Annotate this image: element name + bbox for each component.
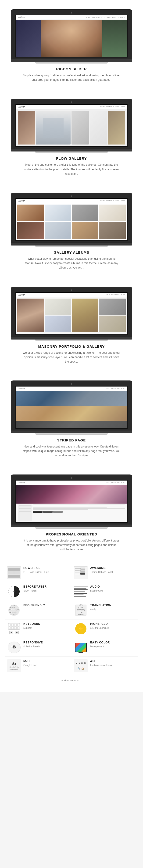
ribbon-slider-preview — [16, 20, 127, 57]
section-title-professional: PROFESSIONAL ORIENTED — [9, 532, 134, 536]
feature-googlefonts: Aa Google fontsicon sample 650+ Google F… — [5, 657, 72, 675]
pro-line — [33, 507, 107, 507]
laptop-mockup-masonry: Allison HOME PORTFOLIO BLOG — [11, 287, 132, 341]
striped-section: Allison HOME PORTFOLIO BLOG STRIPED PAGE… — [0, 371, 143, 465]
laptop-camera — [71, 101, 72, 103]
masonry-cell-tall — [17, 299, 44, 332]
pb-cell — [8, 571, 14, 574]
laptop-frame: Allison HOME PORTFOLIO BLOG SHOP — [11, 99, 132, 149]
nav-link: PORTFOLIO — [112, 294, 120, 296]
nav-link: BLOG — [121, 294, 125, 296]
feature-seo: <h1> h1 <h2> h2 <b>bold</b> <a href= <b>… — [5, 601, 72, 619]
gallery-cell — [72, 222, 99, 239]
audio-icon-wrap — [74, 585, 88, 598]
seo-icon-wrap: <h1> h1 <h2> h2 <b>bold</b> <a href= <b>… — [7, 603, 21, 616]
screen-nav-links: HOME PORTFOLIO BLOG SHOP ABOUT CONTACT — [86, 17, 125, 18]
features-section: POWERFUL GTS Page Builder Plugin — [0, 559, 143, 692]
feature-powerful: POWERFUL GTS Page Builder Plugin — [5, 564, 72, 582]
nav-link: HOME — [100, 106, 105, 107]
responsive-text: RESPONSIVE & Retina Ready — [23, 641, 69, 648]
screen-nav-links: HOME PORTFOLIO BLOG — [106, 388, 125, 389]
option-label — [75, 572, 80, 572]
keyboard-icon-wrap: ◀ ▶ — [7, 622, 21, 635]
laptop-screen: Allison HOME PORTFOLIO BLOG SHOP — [16, 198, 127, 241]
easycolor-icon-wrap — [74, 641, 88, 654]
screen-logo: Allison — [18, 16, 25, 19]
easycolor-desc: Management — [90, 645, 136, 648]
feature-easycolor: EASY COLOR Management — [72, 638, 138, 657]
laptop-frame: Allison HOME PORTFOLIO BLOG — [11, 474, 132, 525]
option-control — [80, 571, 85, 573]
screen-nav-links: HOME PORTFOLIO BLOG — [106, 482, 125, 483]
stripe-band-3 — [16, 421, 127, 428]
nav-link: HOME — [86, 17, 90, 18]
laptop-foot — [35, 152, 108, 153]
nav-link: BLOG — [115, 106, 119, 107]
laptop-foot — [35, 62, 108, 64]
laptop-mockup-gallery: Allison HOME PORTFOLIO BLOG SHOP — [11, 193, 132, 247]
awesome-text: AWESOME Theme Options Panel — [90, 566, 136, 574]
option-label — [75, 570, 80, 570]
ribbon-image-3 — [102, 20, 127, 57]
laptop-foot — [35, 527, 108, 529]
laptop-frame: Allison HOME PORTFOLIO BLOG — [11, 287, 132, 337]
nav-link: SHOP — [106, 17, 111, 18]
seo-icon: <h1> h1 <h2> h2 <b>bold</b> <a href= <b>… — [8, 604, 20, 616]
pro-main-content — [33, 504, 125, 521]
nav-link: HOME — [100, 200, 105, 202]
option-label — [75, 568, 80, 569]
flow-images — [16, 109, 127, 146]
features-grid: POWERFUL GTS Page Builder Plugin — [5, 564, 138, 675]
section-desc-stripe: New and cool way to present any page in … — [22, 444, 121, 458]
screen-logo: Allison — [18, 388, 25, 390]
before-after-icon — [8, 586, 20, 597]
screen-logo: Allison — [18, 106, 25, 108]
stripe-band-1 — [16, 391, 127, 406]
screen-logo: Allison — [18, 294, 25, 296]
nav-link: PORTFOLIO — [106, 106, 114, 107]
seo-name: SEO FRIENDLY — [23, 603, 69, 607]
feature-translation: table glass connect( '');</div> TRANSLAT… — [72, 601, 138, 619]
highspeed-name: HIGHSPEED — [90, 622, 136, 625]
fontawesome-desc: Font-awesome Icons — [90, 663, 136, 667]
laptop-screen: Allison HOME PORTFOLIO BLOG — [16, 292, 127, 335]
laptop-frame: Allison HOME PORTFOLIO BLOG — [11, 380, 132, 431]
gallery-albums-section: Allison HOME PORTFOLIO BLOG SHOP — [0, 183, 143, 277]
nav-link: BLOG — [101, 17, 105, 18]
highspeed-icon-wrap: ⚡ — [74, 622, 88, 635]
option-control — [80, 569, 85, 571]
more-features: and much more... — [5, 675, 138, 685]
translation-icon: table glass connect( '');</div> — [75, 604, 87, 616]
section-title-gallery: GALLERY ALBUMS — [9, 250, 134, 254]
audio-desc: Background — [90, 589, 136, 592]
fontawesome-text: 430+ Font-awesome Icons — [90, 659, 136, 667]
feature-awesome: AWESOME Theme Options Panel — [72, 564, 138, 582]
section-desc-ribbon: Simple and easy way to slide your profes… — [22, 73, 121, 82]
masonry-section: Allison HOME PORTFOLIO BLOG — [0, 277, 143, 371]
laptop-camera — [71, 195, 72, 197]
pro-line — [33, 504, 125, 505]
powerful-name: POWERFUL — [23, 566, 69, 570]
awesome-icon-wrap — [74, 566, 88, 579]
ribbon-image-2 — [41, 20, 102, 57]
masonry-cell — [99, 315, 126, 332]
masonry-cell — [99, 299, 126, 315]
section-desc-flow: Most of the end customers prefer this ty… — [22, 163, 121, 176]
pb-cell — [8, 575, 20, 578]
laptop-mockup-professional: Allison HOME PORTFOLIO BLOG — [11, 474, 132, 529]
screen-nav-links: HOME PORTFOLIO BLOG SHOP — [100, 106, 125, 107]
keyboard-text: KEYBOARD Support — [23, 622, 69, 630]
translation-text: TRANSLATION ready — [90, 603, 136, 611]
laptop-camera — [71, 383, 72, 385]
laptop-frame: Allison HOME PORTFOLIO BLOG SHOP ABOUT C… — [11, 9, 132, 59]
section-title-stripe: STRIPED PAGE — [9, 438, 134, 442]
laptop-foot — [35, 246, 108, 247]
professional-preview — [16, 485, 127, 522]
laptop-base — [11, 525, 132, 527]
stripe-band-2 — [16, 406, 127, 421]
pro-content — [16, 503, 127, 522]
section-title-flow: FLOW GALLERY — [9, 156, 134, 160]
pro-line — [33, 509, 88, 510]
easycolor-icon — [74, 641, 88, 654]
awesome-name: AWESOME — [90, 566, 136, 570]
